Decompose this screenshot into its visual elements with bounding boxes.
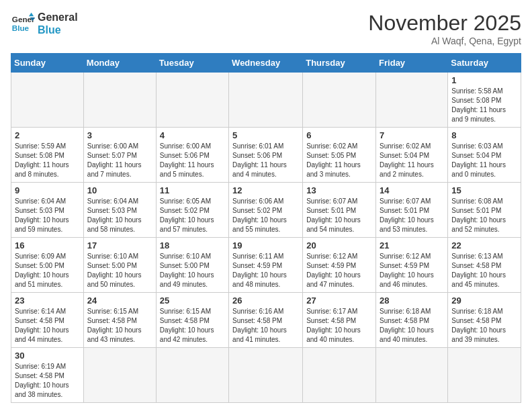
logo-general: General — [38, 11, 78, 24]
calendar-cell — [83, 348, 156, 403]
calendar-cell — [376, 73, 448, 128]
day-info: Sunrise: 6:19 AM Sunset: 4:58 PM Dayligh… — [15, 362, 80, 400]
calendar-cell: 26Sunrise: 6:16 AM Sunset: 4:58 PM Dayli… — [229, 293, 303, 348]
day-info: Sunrise: 6:12 AM Sunset: 4:59 PM Dayligh… — [306, 252, 372, 289]
day-number: 19 — [232, 240, 299, 250]
location: Al Waqf, Qena, Egypt — [368, 36, 521, 46]
day-number: 29 — [451, 295, 517, 306]
day-number: 14 — [380, 185, 444, 195]
day-info: Sunrise: 6:01 AM Sunset: 5:06 PM Dayligh… — [232, 142, 299, 179]
day-info: Sunrise: 6:06 AM Sunset: 5:02 PM Dayligh… — [232, 197, 299, 234]
logo: General Blue General Blue — [11, 11, 78, 36]
day-info: Sunrise: 6:18 AM Sunset: 4:58 PM Dayligh… — [451, 307, 517, 345]
day-number: 12 — [232, 185, 299, 195]
day-number: 26 — [232, 295, 299, 306]
calendar-cell: 27Sunrise: 6:17 AM Sunset: 4:58 PM Dayli… — [303, 293, 376, 348]
calendar-cell: 30Sunrise: 6:19 AM Sunset: 4:58 PM Dayli… — [11, 348, 84, 403]
week-row-3: 16Sunrise: 6:09 AM Sunset: 5:00 PM Dayli… — [11, 238, 521, 293]
calendar-cell: 17Sunrise: 6:10 AM Sunset: 5:00 PM Dayli… — [83, 238, 156, 293]
calendar-cell: 7Sunrise: 6:02 AM Sunset: 5:04 PM Daylig… — [376, 128, 448, 183]
weekday-header-wednesday: Wednesday — [229, 54, 303, 73]
page-header: General Blue General Blue November 2025 … — [11, 11, 521, 46]
day-number: 9 — [15, 185, 80, 195]
weekday-header-tuesday: Tuesday — [156, 54, 228, 73]
calendar-cell: 15Sunrise: 6:08 AM Sunset: 5:01 PM Dayli… — [448, 183, 521, 238]
day-number: 17 — [87, 240, 152, 250]
day-number: 22 — [451, 240, 517, 250]
weekday-header-saturday: Saturday — [448, 54, 521, 73]
day-info: Sunrise: 6:09 AM Sunset: 5:00 PM Dayligh… — [15, 252, 80, 289]
week-row-2: 9Sunrise: 6:04 AM Sunset: 5:03 PM Daylig… — [11, 183, 521, 238]
day-info: Sunrise: 6:18 AM Sunset: 4:58 PM Dayligh… — [380, 307, 444, 345]
day-info: Sunrise: 6:07 AM Sunset: 5:01 PM Dayligh… — [380, 197, 444, 234]
calendar-cell — [376, 348, 448, 403]
calendar-cell — [156, 73, 228, 128]
calendar-cell — [156, 348, 228, 403]
calendar-cell: 24Sunrise: 6:15 AM Sunset: 4:58 PM Dayli… — [83, 293, 156, 348]
day-number: 20 — [306, 240, 372, 250]
day-info: Sunrise: 5:59 AM Sunset: 5:08 PM Dayligh… — [15, 142, 80, 179]
calendar-cell — [229, 348, 303, 403]
weekday-header-monday: Monday — [83, 54, 156, 73]
weekday-header-row: SundayMondayTuesdayWednesdayThursdayFrid… — [11, 54, 521, 73]
calendar-cell: 19Sunrise: 6:11 AM Sunset: 4:59 PM Dayli… — [229, 238, 303, 293]
day-info: Sunrise: 6:03 AM Sunset: 5:04 PM Dayligh… — [451, 142, 517, 179]
day-info: Sunrise: 6:14 AM Sunset: 4:58 PM Dayligh… — [15, 307, 80, 345]
calendar-cell — [11, 73, 84, 128]
day-number: 18 — [160, 240, 225, 250]
day-number: 8 — [451, 130, 517, 140]
day-info: Sunrise: 6:10 AM Sunset: 5:00 PM Dayligh… — [87, 252, 152, 289]
calendar-cell: 11Sunrise: 6:05 AM Sunset: 5:02 PM Dayli… — [156, 183, 228, 238]
day-info: Sunrise: 6:10 AM Sunset: 5:00 PM Dayligh… — [160, 252, 225, 289]
calendar-cell: 23Sunrise: 6:14 AM Sunset: 4:58 PM Dayli… — [11, 293, 84, 348]
calendar: SundayMondayTuesdayWednesdayThursdayFrid… — [11, 53, 521, 403]
title-block: November 2025 Al Waqf, Qena, Egypt — [368, 11, 521, 46]
day-number: 16 — [15, 240, 80, 250]
calendar-cell: 1Sunrise: 5:58 AM Sunset: 5:08 PM Daylig… — [448, 73, 521, 128]
logo-icon: General Blue — [11, 11, 35, 36]
day-info: Sunrise: 6:17 AM Sunset: 4:58 PM Dayligh… — [306, 307, 372, 345]
day-info: Sunrise: 6:13 AM Sunset: 4:58 PM Dayligh… — [451, 252, 517, 289]
week-row-1: 2Sunrise: 5:59 AM Sunset: 5:08 PM Daylig… — [11, 128, 521, 183]
calendar-cell: 16Sunrise: 6:09 AM Sunset: 5:00 PM Dayli… — [11, 238, 84, 293]
svg-text:Blue: Blue — [12, 24, 30, 32]
day-info: Sunrise: 6:00 AM Sunset: 5:07 PM Dayligh… — [87, 142, 152, 179]
day-number: 13 — [306, 185, 372, 195]
calendar-cell — [303, 348, 376, 403]
calendar-cell: 4Sunrise: 6:00 AM Sunset: 5:06 PM Daylig… — [156, 128, 228, 183]
day-info: Sunrise: 6:11 AM Sunset: 4:59 PM Dayligh… — [232, 252, 299, 289]
day-number: 5 — [232, 130, 299, 140]
calendar-cell — [83, 73, 156, 128]
calendar-cell: 9Sunrise: 6:04 AM Sunset: 5:03 PM Daylig… — [11, 183, 84, 238]
calendar-cell — [303, 73, 376, 128]
weekday-header-sunday: Sunday — [11, 54, 84, 73]
day-number: 15 — [451, 185, 517, 195]
calendar-cell: 29Sunrise: 6:18 AM Sunset: 4:58 PM Dayli… — [448, 293, 521, 348]
day-info: Sunrise: 6:07 AM Sunset: 5:01 PM Dayligh… — [306, 197, 372, 234]
day-number: 25 — [160, 295, 225, 306]
calendar-cell: 10Sunrise: 6:04 AM Sunset: 5:03 PM Dayli… — [83, 183, 156, 238]
day-number: 24 — [87, 295, 152, 306]
week-row-4: 23Sunrise: 6:14 AM Sunset: 4:58 PM Dayli… — [11, 293, 521, 348]
day-number: 1 — [451, 75, 517, 85]
day-number: 23 — [15, 295, 80, 306]
day-number: 27 — [306, 295, 372, 306]
day-info: Sunrise: 6:02 AM Sunset: 5:05 PM Dayligh… — [306, 142, 372, 179]
calendar-cell: 8Sunrise: 6:03 AM Sunset: 5:04 PM Daylig… — [448, 128, 521, 183]
day-info: Sunrise: 6:15 AM Sunset: 4:58 PM Dayligh… — [160, 307, 225, 345]
week-row-0: 1Sunrise: 5:58 AM Sunset: 5:08 PM Daylig… — [11, 73, 521, 128]
calendar-cell: 13Sunrise: 6:07 AM Sunset: 5:01 PM Dayli… — [303, 183, 376, 238]
day-info: Sunrise: 6:16 AM Sunset: 4:58 PM Dayligh… — [232, 307, 299, 345]
day-info: Sunrise: 5:58 AM Sunset: 5:08 PM Dayligh… — [451, 87, 517, 124]
calendar-cell: 21Sunrise: 6:12 AM Sunset: 4:59 PM Dayli… — [376, 238, 448, 293]
calendar-cell: 25Sunrise: 6:15 AM Sunset: 4:58 PM Dayli… — [156, 293, 228, 348]
calendar-cell: 22Sunrise: 6:13 AM Sunset: 4:58 PM Dayli… — [448, 238, 521, 293]
day-number: 21 — [380, 240, 444, 250]
day-info: Sunrise: 6:08 AM Sunset: 5:01 PM Dayligh… — [451, 197, 517, 234]
calendar-cell: 2Sunrise: 5:59 AM Sunset: 5:08 PM Daylig… — [11, 128, 84, 183]
day-number: 2 — [15, 130, 80, 140]
day-info: Sunrise: 6:04 AM Sunset: 5:03 PM Dayligh… — [15, 197, 80, 234]
day-number: 4 — [160, 130, 225, 140]
day-number: 28 — [380, 295, 444, 306]
day-info: Sunrise: 6:15 AM Sunset: 4:58 PM Dayligh… — [87, 307, 152, 345]
